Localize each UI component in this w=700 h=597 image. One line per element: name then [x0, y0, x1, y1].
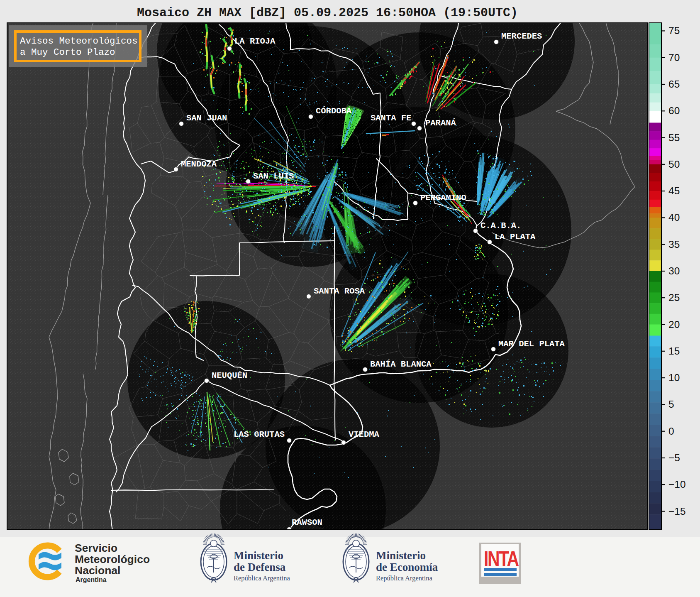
svg-text:de Economía: de Economía — [376, 561, 438, 573]
svg-text:70: 70 — [668, 52, 680, 63]
svg-text:25: 25 — [668, 292, 680, 303]
svg-text:−10: −10 — [668, 479, 686, 490]
svg-text:−15: −15 — [668, 506, 686, 517]
svg-text:Nacional: Nacional — [75, 564, 120, 577]
svg-text:Argentina: Argentina — [76, 576, 107, 583]
svg-text:LA PLATA: LA PLATA — [495, 232, 536, 242]
svg-text:NEUQUÉN: NEUQUÉN — [212, 371, 247, 380]
svg-text:PERGAMINO: PERGAMINO — [420, 193, 466, 203]
svg-text:MAR DEL PLATA: MAR DEL PLATA — [498, 339, 565, 349]
svg-text:Meteorológico: Meteorológico — [75, 553, 150, 565]
svg-text:35: 35 — [668, 239, 680, 250]
svg-text:SANTA ROSA: SANTA ROSA — [314, 286, 365, 296]
svg-text:65: 65 — [668, 78, 680, 90]
svg-text:Servicio: Servicio — [75, 542, 117, 554]
svg-text:Avisos Meteorológicos: Avisos Meteorológicos — [20, 36, 138, 46]
svg-text:50: 50 — [668, 159, 680, 170]
svg-text:20: 20 — [668, 319, 680, 330]
svg-text:LAS GRUTAS: LAS GRUTAS — [234, 430, 285, 439]
svg-text:15: 15 — [668, 345, 680, 357]
svg-text:VIEDMA: VIEDMA — [349, 430, 380, 439]
svg-text:SANTA FE: SANTA FE — [371, 113, 411, 123]
svg-text:MERCEDES: MERCEDES — [501, 32, 542, 41]
svg-text:75: 75 — [668, 25, 680, 36]
svg-text:Ministerio: Ministerio — [234, 549, 283, 562]
svg-text:LA RIOJA: LA RIOJA — [234, 37, 276, 46]
svg-text:55: 55 — [668, 132, 680, 143]
svg-text:SAN LUIS: SAN LUIS — [253, 171, 294, 181]
svg-text:RAWSON: RAWSON — [292, 518, 322, 527]
svg-text:República Argentina: República Argentina — [376, 574, 432, 582]
svg-text:C.A.B.A.: C.A.B.A. — [480, 221, 521, 230]
svg-text:de Defensa: de Defensa — [234, 561, 286, 573]
svg-text:República Argentina: República Argentina — [234, 574, 290, 582]
svg-text:BAHÍA BLANCA: BAHÍA BLANCA — [370, 360, 432, 369]
svg-text:SAN JUAN: SAN JUAN — [186, 113, 227, 123]
svg-text:60: 60 — [668, 105, 680, 116]
svg-text:INTA: INTA — [484, 547, 519, 570]
svg-text:0: 0 — [668, 426, 674, 437]
svg-text:−5: −5 — [668, 452, 680, 463]
svg-text:CÓRDOBA: CÓRDOBA — [316, 106, 352, 116]
svg-text:MENDOZA: MENDOZA — [181, 159, 217, 169]
svg-text:5: 5 — [668, 399, 674, 410]
svg-text:PARANÁ: PARANÁ — [425, 118, 456, 128]
svg-text:a Muy Corto Plazo: a Muy Corto Plazo — [20, 47, 115, 58]
svg-text:Ministerio: Ministerio — [376, 549, 426, 562]
svg-text:40: 40 — [668, 212, 680, 223]
svg-text:45: 45 — [668, 185, 680, 196]
svg-text:10: 10 — [668, 372, 680, 383]
svg-text:30: 30 — [668, 265, 680, 276]
